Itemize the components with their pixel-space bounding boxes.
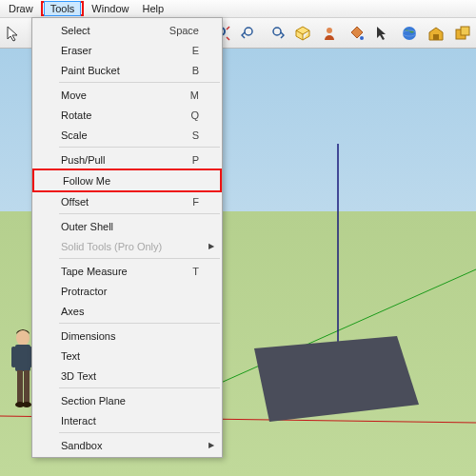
menu-item-label: Text — [61, 350, 199, 362]
menubar: Draw Tools Window Help — [0, 0, 476, 18]
cursor-icon[interactable] — [373, 24, 392, 43]
menu-help[interactable]: Help — [135, 1, 170, 16]
menu-item-label: Move — [61, 89, 190, 101]
menu-item-paint-bucket[interactable]: Paint BucketB — [32, 60, 222, 80]
svg-rect-16 — [17, 370, 23, 403]
menu-item-label: Dimensions — [61, 330, 199, 342]
globe-icon[interactable] — [400, 24, 419, 43]
menu-separator — [59, 387, 220, 388]
menu-item-move[interactable]: MoveM — [32, 85, 222, 105]
menu-item-offset[interactable]: OffsetF — [32, 191, 222, 211]
svg-rect-9 — [433, 34, 439, 40]
menu-item-push-pull[interactable]: Push/PullP — [32, 149, 222, 169]
menu-item-scale[interactable]: ScaleS — [32, 125, 222, 145]
menu-tools[interactable]: Tools — [44, 1, 82, 16]
user-icon[interactable] — [320, 24, 339, 43]
menu-item-tape-measure[interactable]: Tape MeasureT — [32, 261, 222, 281]
menu-item-eraser[interactable]: EraserE — [32, 40, 222, 60]
svg-point-12 — [16, 330, 30, 346]
menu-window[interactable]: Window — [85, 1, 135, 16]
menu-item-label: Eraser — [61, 45, 192, 56]
menu-separator — [59, 323, 220, 324]
svg-point-5 — [327, 28, 332, 33]
prev-view-icon[interactable] — [240, 24, 259, 43]
menu-item-shortcut: F — [192, 196, 199, 208]
rectangle-face[interactable] — [254, 336, 419, 422]
menu-item-protractor[interactable]: Protractor — [32, 281, 222, 301]
svg-rect-17 — [24, 370, 30, 403]
menu-separator — [59, 82, 220, 83]
svg-rect-14 — [11, 347, 16, 367]
menu-item-label: Select — [61, 25, 169, 36]
bucket-icon[interactable] — [347, 24, 366, 43]
menu-item-sandbox[interactable]: Sandbox▶ — [32, 435, 222, 455]
menu-item-outer-shell[interactable]: Outer Shell — [32, 216, 222, 236]
menu-item-label: 3D Text — [61, 370, 199, 382]
menu-item-label: Section Plane — [61, 395, 199, 407]
menu-item-shortcut: Space — [169, 25, 199, 36]
menu-item-axes[interactable]: Axes — [32, 301, 222, 321]
svg-rect-11 — [461, 27, 469, 35]
menu-item-shortcut: T — [192, 266, 199, 277]
tutorial-highlight-follow-me: Follow Me — [32, 169, 222, 192]
menu-item-label: Scale — [61, 129, 192, 141]
menu-separator — [59, 432, 220, 433]
menu-item-shortcut: M — [190, 89, 199, 101]
menu-separator — [59, 147, 220, 148]
submenu-arrow-icon: ▶ — [208, 242, 214, 250]
menu-separator — [59, 213, 220, 214]
svg-point-6 — [360, 36, 364, 40]
menu-item-label: Interact — [61, 415, 199, 426]
svg-point-7 — [403, 27, 416, 40]
menu-item-section-plane[interactable]: Section Plane — [32, 390, 222, 410]
menu-item-follow-me[interactable]: Follow Me — [34, 170, 220, 190]
svg-point-4 — [273, 28, 281, 35]
menu-item-rotate[interactable]: RotateQ — [32, 105, 222, 125]
menu-item-label: Solid Tools (Pro Only) — [61, 241, 199, 252]
select-icon[interactable] — [4, 24, 23, 43]
menu-item-3d-text[interactable]: 3D Text — [32, 366, 222, 386]
menu-item-text[interactable]: Text — [32, 346, 222, 366]
next-view-icon[interactable] — [267, 24, 286, 43]
menu-item-label: Sandbox — [61, 440, 199, 451]
menu-item-select[interactable]: SelectSpace — [32, 20, 222, 40]
menu-item-label: Push/Pull — [61, 154, 192, 166]
svg-point-3 — [245, 28, 252, 35]
submenu-arrow-icon: ▶ — [208, 441, 214, 449]
tutorial-highlight-tools: Tools — [41, 1, 85, 16]
tools-menu-dropdown: SelectSpaceEraserEPaint BucketBMoveMRota… — [31, 17, 223, 458]
components-icon[interactable] — [453, 24, 472, 43]
menu-item-dimensions[interactable]: Dimensions — [32, 326, 222, 346]
menu-item-shortcut: S — [192, 129, 199, 141]
menu-item-interact[interactable]: Interact — [32, 410, 222, 430]
svg-point-19 — [22, 402, 31, 407]
menu-item-shortcut: Q — [190, 109, 199, 121]
menu-item-label: Offset — [61, 196, 192, 208]
menu-item-label: Paint Bucket — [61, 65, 192, 76]
menu-draw[interactable]: Draw — [2, 1, 40, 16]
menu-item-label: Follow Me — [63, 175, 197, 187]
menu-item-label: Axes — [61, 306, 199, 317]
iso-icon[interactable] — [293, 24, 312, 43]
menu-item-label: Protractor — [61, 286, 199, 297]
menu-item-solid-tools-pro-only: Solid Tools (Pro Only)▶ — [32, 236, 222, 256]
menu-item-label: Tape Measure — [61, 266, 192, 277]
menu-item-label: Rotate — [61, 109, 190, 121]
menu-item-shortcut: E — [192, 45, 199, 56]
menu-separator — [59, 258, 220, 259]
warehouse-icon[interactable] — [426, 24, 446, 43]
menu-item-shortcut: P — [192, 154, 199, 166]
menu-item-shortcut: B — [192, 65, 199, 76]
svg-rect-13 — [15, 345, 30, 371]
menu-item-label: Outer Shell — [61, 221, 199, 232]
